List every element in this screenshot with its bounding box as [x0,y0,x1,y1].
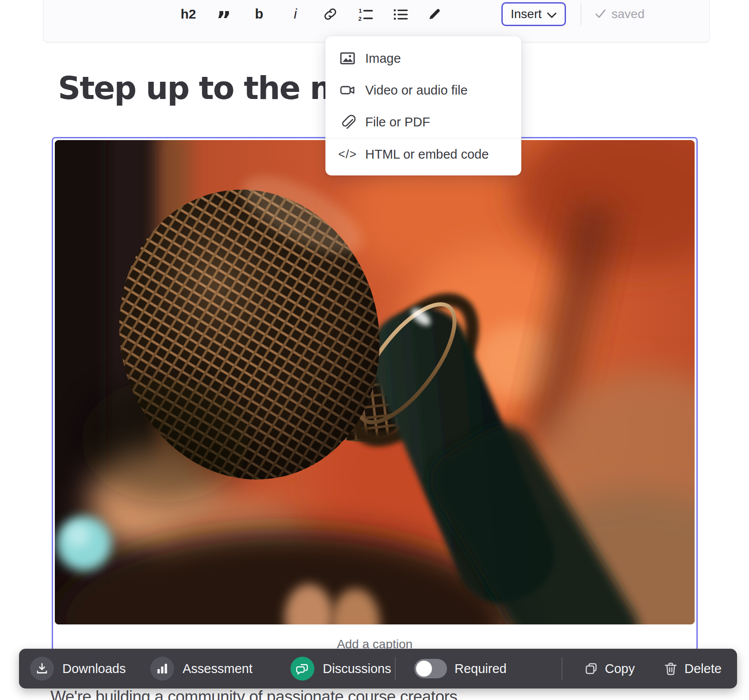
menu-item-file-pdf[interactable]: File or PDF [325,106,521,138]
check-icon [595,7,606,21]
bar-chart-icon [150,657,174,681]
image-icon [339,50,356,66]
menu-item-label: Video or audio file [365,83,468,98]
assessment-label: Assessment [183,662,252,676]
copy-button[interactable]: Copy [584,649,635,689]
bar-divider [395,657,396,680]
paperclip-icon [339,114,356,130]
menu-item-label: File or PDF [365,115,430,129]
bullet-list-button[interactable] [390,4,410,25]
code-icon: </> [339,148,356,161]
link-icon [322,6,338,22]
discussions-label: Discussions [323,662,391,676]
svg-text:2: 2 [358,15,361,22]
save-status-label: saved [611,7,645,21]
insert-button-label: Insert [511,7,542,21]
toggle-knob [416,661,432,677]
bar-divider [562,657,562,680]
menu-item-video-audio[interactable]: Video or audio file [325,74,521,106]
downloads-label: Downloads [62,662,126,676]
discussions-button[interactable]: Discussions [290,649,391,689]
svg-text:1: 1 [359,8,362,14]
copy-label: Copy [605,662,635,676]
ordered-list-button[interactable]: 1 2 [355,4,375,25]
copy-icon [584,662,598,676]
highlight-button[interactable] [424,4,445,25]
chevron-down-icon [547,7,557,21]
bullet-list-icon [392,6,409,23]
required-toggle[interactable] [414,659,447,678]
course-editor-page: h2 ” b i 1 2 [0,0,749,700]
assessment-button[interactable]: Assessment [150,649,252,689]
italic-button[interactable]: i [285,4,306,25]
download-icon [30,657,54,681]
save-status: saved [595,0,645,34]
menu-item-image[interactable]: Image [325,42,521,74]
link-button[interactable] [320,4,340,25]
pencil-icon [427,7,442,22]
blockquote-button[interactable]: ” [214,4,234,25]
block-toolbar: Downloads Assessment Discussions [19,649,737,689]
heading2-button[interactable]: h2 [178,4,199,25]
toolbar-divider [581,3,581,25]
trash-icon [664,662,678,676]
bold-button[interactable]: b [249,4,269,25]
downloads-button[interactable]: Downloads [30,649,126,689]
insert-menu: Image Video or audio file File or PDF </… [325,36,521,175]
insert-button[interactable]: Insert [501,2,566,26]
lesson-paragraph[interactable]: We're building a community of passionate… [50,688,457,700]
discussions-icon [290,657,314,681]
required-setting: Required [414,649,507,689]
ordered-list-icon: 1 2 [357,6,374,23]
menu-item-label: Image [365,51,401,66]
required-label: Required [455,662,507,676]
delete-button[interactable]: Delete [664,649,722,689]
menu-item-html-embed[interactable]: </> HTML or embed code [325,138,521,170]
menu-item-label: HTML or embed code [365,147,489,162]
lesson-image[interactable] [55,140,695,624]
video-icon [339,82,356,98]
delete-label: Delete [684,662,722,676]
